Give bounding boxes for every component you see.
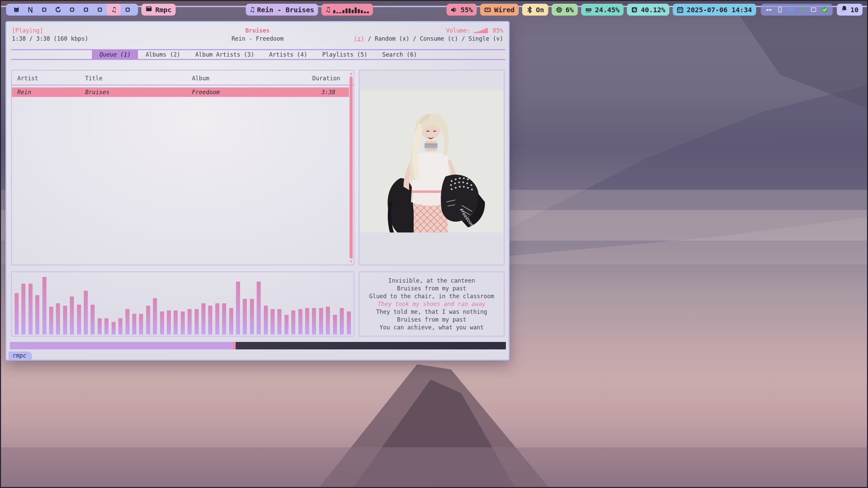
tab-search-6[interactable]: Search (6)	[375, 50, 424, 59]
workspace-4[interactable]	[51, 4, 65, 16]
cava-bar	[355, 7, 357, 13]
cell-duration: 3:38	[298, 89, 335, 96]
progress-elapsed	[10, 342, 233, 349]
lyric-line: Bruises from my past	[361, 285, 502, 292]
status-clock[interactable]: 2025-07-06 14:34	[673, 4, 756, 16]
workspace-1[interactable]	[9, 4, 23, 16]
disk-icon	[631, 6, 638, 13]
status-cpu-value: 6%	[566, 6, 574, 14]
scroll-up-icon[interactable]: ▲	[350, 71, 352, 76]
workspace-3[interactable]	[37, 4, 51, 16]
visualizer-bar	[201, 303, 205, 334]
cava-bar	[339, 12, 341, 13]
tab-bar: Queue (1)Albums (2)Album Artists (3)Arti…	[11, 50, 505, 59]
tab-playlists-5[interactable]: Playlists (5)	[315, 50, 375, 59]
workspace-5[interactable]	[65, 4, 79, 16]
square-icon	[83, 6, 89, 13]
cava-widget[interactable]: ♫	[321, 4, 373, 16]
toggle-single[interactable]: Single (v)	[469, 35, 503, 42]
visualizer-bar	[112, 322, 116, 334]
workspace-7[interactable]	[93, 4, 107, 16]
visualizer-bar	[146, 306, 150, 334]
status-volume-value: 55%	[460, 6, 473, 14]
visualizer-bar	[98, 318, 102, 334]
refresh-icon	[55, 6, 61, 13]
speaker-icon	[451, 6, 457, 13]
toggle-repeat[interactable]: (z)	[354, 35, 364, 42]
cava-mini-bars	[333, 6, 369, 13]
square-icon	[97, 6, 103, 13]
status-disk[interactable]: 40.12%	[627, 4, 669, 16]
notification-widget[interactable]: 10	[837, 4, 863, 16]
status-volume[interactable]: 55%	[447, 4, 477, 16]
now-playing-widget[interactable]: ♫ Rein - Bruises	[246, 4, 318, 16]
visualizer-bar	[153, 298, 157, 334]
ethernet-icon	[484, 6, 491, 13]
tab-albums-2[interactable]: Albums (2)	[138, 50, 188, 59]
progress-remaining	[236, 342, 506, 349]
music-note-icon: ♫	[250, 6, 254, 13]
visualizer-bar	[118, 318, 122, 334]
visualizer-bar	[250, 299, 254, 334]
status-bluetooth[interactable]: On	[522, 4, 548, 16]
square-icon	[69, 6, 75, 13]
visualizer-bar	[215, 303, 219, 334]
workspace-9[interactable]	[121, 4, 135, 16]
key-icon[interactable]	[799, 6, 806, 13]
visualizer-bar	[347, 311, 351, 334]
scrollbar-thumb[interactable]	[350, 77, 353, 259]
lyric-line: You can achieve, what you want	[361, 324, 502, 331]
workspace-2[interactable]	[23, 4, 37, 16]
visualizer-bar	[91, 305, 95, 334]
visualizer-bar	[167, 310, 171, 334]
progress-marker	[233, 342, 236, 349]
cell-title: Bruises	[85, 89, 192, 96]
cava-bar	[349, 8, 351, 13]
status-network[interactable]: Wired	[480, 4, 518, 16]
status-memory-value: 24.45%	[595, 6, 619, 14]
toggle-states: (z) / Random (x) / Consume (c) / Single …	[354, 35, 503, 42]
window-tag: rmpc	[8, 351, 32, 360]
visualizer-bar	[15, 293, 19, 334]
tab-album-artists-3[interactable]: Album Artists (3)	[188, 50, 262, 59]
window-icon[interactable]	[810, 6, 817, 13]
visualizer-bar	[188, 309, 192, 334]
taskbar-item-rmpc[interactable]: Rmpc	[141, 4, 176, 16]
visualizer-bar	[160, 311, 164, 334]
visualizer-bar	[63, 306, 67, 334]
toggle-random[interactable]: Random (x)	[375, 35, 409, 42]
header-row-1: [Playing] Bruises Volume: 85%	[11, 27, 505, 34]
check-icon[interactable]	[822, 6, 828, 13]
status-clock-value: 2025-07-06 14:34	[687, 6, 752, 14]
visualizer-bar	[28, 284, 33, 334]
toggle-consume[interactable]: Consume (c)	[420, 35, 458, 42]
tab-queue-1[interactable]: Queue (1)	[92, 50, 138, 59]
status-cpu[interactable]: 6%	[552, 4, 578, 16]
visualizer-bar	[312, 308, 316, 334]
visualizer-bar	[125, 309, 130, 334]
song-progress-bar[interactable]	[10, 342, 506, 349]
volume-value: 85%	[493, 27, 503, 34]
lyrics-lines: Invisible, at the canteenBruises from my…	[361, 275, 502, 333]
queue-row-selected[interactable]: ReinBruisesFreedoom3:38	[12, 87, 349, 97]
visualizer-bar	[271, 309, 275, 334]
queue-scrollbar[interactable]: ▲ ▼	[349, 71, 353, 264]
keyboard-icon[interactable]	[788, 6, 794, 13]
workspace-6[interactable]	[79, 4, 93, 16]
status-disk-value: 40.12%	[641, 6, 665, 14]
scroll-down-icon[interactable]: ▼	[350, 259, 352, 264]
visualizer-bar	[208, 306, 212, 334]
cell-album: Freedoom	[192, 89, 298, 96]
status-memory[interactable]: 24.45%	[581, 4, 624, 16]
volume-ramp-icon[interactable]	[474, 28, 488, 33]
lyric-line: Glued to the chair, in the classroom	[361, 292, 502, 300]
phone-icon[interactable]	[777, 6, 783, 13]
tab-artists-4[interactable]: Artists (4)	[262, 50, 315, 59]
visualizer-bar	[291, 310, 295, 334]
song-title: Bruises	[11, 27, 505, 34]
visualizer-bar	[243, 299, 247, 334]
workspace-8-active[interactable]: ♫	[107, 4, 121, 16]
queue-header-separator	[12, 85, 354, 85]
mustache-icon[interactable]	[766, 6, 772, 13]
visualizer-bar	[84, 291, 88, 334]
